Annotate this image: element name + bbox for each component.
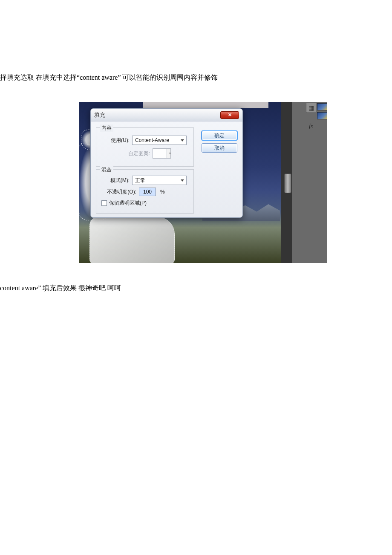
blend-legend: 混合 <box>100 166 113 173</box>
layer-thumbnail-icon[interactable] <box>317 103 327 110</box>
photoshop-canvas: 形色主义 SWCOOL.COM 乱糟糟的季节 ▦ fx 填充 ✕ 内容 <box>79 102 327 263</box>
layers-panel: ▦ fx <box>292 102 327 263</box>
fill-dialog: 填充 ✕ 内容 使用(U): Content-Aware 自定图案: <box>90 108 243 218</box>
caption-below: content aware” 填充后效果 很神奇吧 呵呵 <box>0 284 121 293</box>
use-label: 使用(U): <box>101 137 130 144</box>
caption-above: 择填充选取 在填充中选择“content aware” 可以智能的识别周围内容并… <box>0 73 218 82</box>
preserve-transparency-checkbox[interactable] <box>101 200 107 206</box>
use-value: Content-Aware <box>135 137 169 143</box>
close-button[interactable]: ✕ <box>220 111 239 119</box>
cancel-button[interactable]: 取消 <box>202 143 237 153</box>
content-group: 内容 使用(U): Content-Aware 自定图案: <box>96 127 194 167</box>
content-legend: 内容 <box>100 124 113 132</box>
preserve-transparency-label: 保留透明区域(P) <box>109 199 147 207</box>
mode-label: 模式(M): <box>101 177 130 184</box>
dialog-title-text: 填充 <box>94 111 105 119</box>
selection-overlay <box>143 102 268 108</box>
opacity-unit: % <box>160 189 165 195</box>
mode-select[interactable]: 正常 <box>132 176 187 185</box>
layer-thumbnail-icon[interactable] <box>317 112 327 119</box>
ok-button[interactable]: 确定 <box>202 131 237 140</box>
opacity-label: 不透明度(O): <box>101 188 136 196</box>
close-icon: ✕ <box>228 112 232 118</box>
use-select[interactable]: Content-Aware <box>132 136 187 145</box>
mode-value: 正常 <box>135 177 145 184</box>
scrollbar-thumb[interactable] <box>284 173 291 193</box>
pattern-label: 自定图案: <box>101 150 150 157</box>
dialog-titlebar[interactable]: 填充 ✕ <box>91 109 242 121</box>
blend-group: 混合 模式(M): 正常 不透明度(O): % 保留透明区域(P) <box>96 169 194 214</box>
fx-icon[interactable]: fx <box>306 121 316 131</box>
opacity-input[interactable] <box>139 188 156 196</box>
pattern-swatch <box>153 148 167 159</box>
selection-overlay <box>89 217 175 263</box>
